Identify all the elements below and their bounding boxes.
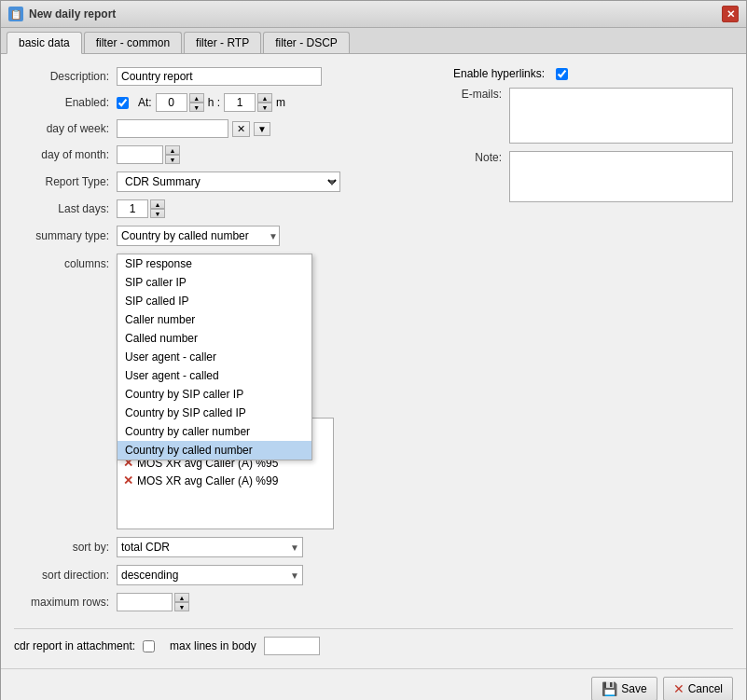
emails-label: E-mails: <box>453 88 509 101</box>
sort-direction-row: sort direction: descending ▼ <box>14 565 435 585</box>
dropdown-item-user-agent-caller[interactable]: User agent - caller <box>118 348 311 366</box>
save-icon: 💾 <box>602 681 617 696</box>
last-days-spinner-buttons: ▲ ▼ <box>150 199 165 218</box>
title-bar-left: 📋 New daily report <box>8 7 116 21</box>
description-label: Description: <box>14 70 117 83</box>
bottom-row: cdr report in attachment: max lines in b… <box>14 628 733 655</box>
report-type-label: Report Type: <box>14 175 117 188</box>
enabled-row: Enabled: At: ▲ ▼ h : <box>14 93 435 112</box>
tab-basic-data[interactable]: basic data <box>7 32 82 54</box>
hours-input[interactable] <box>156 93 187 112</box>
summary-type-dropdown: SIP response SIP caller IP SIP called IP… <box>117 254 312 460</box>
cdr-attachment-checkbox[interactable] <box>143 640 155 652</box>
day-of-month-row: day of month: ▲ ▼ <box>14 145 435 164</box>
last-days-label: Last days: <box>14 202 117 215</box>
summary-type-wrapper: Country by called number ▼ <box>117 226 280 246</box>
save-label: Save <box>621 682 646 695</box>
day-of-month-down-button[interactable]: ▼ <box>165 155 180 164</box>
hours-spinner-buttons: ▲ ▼ <box>189 93 204 112</box>
dropdown-item-country-called-number[interactable]: Country by called number <box>118 441 311 460</box>
at-label: At: <box>138 96 152 109</box>
day-of-week-clear-button[interactable]: ✕ <box>232 121 250 137</box>
max-lines-input[interactable] <box>264 637 320 655</box>
enabled-checkbox[interactable] <box>117 97 129 109</box>
window-title: New daily report <box>29 7 116 21</box>
description-input[interactable] <box>117 67 322 86</box>
minutes-up-button[interactable]: ▲ <box>257 93 272 103</box>
day-of-month-label: day of month: <box>14 148 117 161</box>
sort-direction-label: sort direction: <box>14 569 117 582</box>
day-of-week-dropdown-button[interactable]: ▼ <box>254 122 270 136</box>
tab-filter-dscp[interactable]: filter - DSCP <box>263 32 350 53</box>
maximum-rows-input[interactable] <box>117 593 173 611</box>
dropdown-item-sip-caller-ip[interactable]: SIP caller IP <box>118 273 311 292</box>
dropdown-item-country-sip-called-ip[interactable]: Country by SIP called IP <box>118 404 311 422</box>
maximum-rows-row: maximum rows: ▲ ▼ <box>14 593 435 611</box>
tab-bar: basic data filter - common filter - RTP … <box>1 28 746 54</box>
dropdown-item-sip-called-ip[interactable]: SIP called IP <box>118 292 311 310</box>
column-item-mos-xr-caller-99: ✕ MOS XR avg Caller (A) %99 <box>118 472 333 489</box>
minutes-input[interactable] <box>224 93 256 112</box>
last-days-down-button[interactable]: ▼ <box>150 209 165 218</box>
emails-row: E-mails: <box>453 88 733 144</box>
two-column-layout: Description: Enabled: At: ▲ ▼ <box>14 67 733 619</box>
last-days-input[interactable] <box>117 199 148 218</box>
enable-hyperlinks-checkbox[interactable] <box>556 68 568 80</box>
sort-by-select[interactable]: total CDR <box>117 537 303 557</box>
day-of-week-row: day of week: ✕ ▼ <box>14 119 435 138</box>
maximum-rows-up-button[interactable]: ▲ <box>174 593 189 602</box>
minutes-down-button[interactable]: ▼ <box>257 103 272 112</box>
form-content: Description: Enabled: At: ▲ ▼ <box>1 54 746 668</box>
footer: 💾 Save ✕ Cancel <box>1 668 746 700</box>
m-label: m <box>276 96 285 109</box>
tab-filter-common[interactable]: filter - common <box>84 32 182 53</box>
hours-up-button[interactable]: ▲ <box>189 93 204 103</box>
enable-hyperlinks-label: Enable hyperlinks: <box>453 67 545 80</box>
main-window: 📋 New daily report ✕ basic data filter -… <box>0 0 747 700</box>
report-type-row: Report Type: CDR Summary ▼ <box>14 172 435 192</box>
save-button[interactable]: 💾 Save <box>591 677 657 700</box>
sort-by-wrapper: total CDR ▼ <box>117 537 303 557</box>
day-of-month-spinner-buttons: ▲ ▼ <box>165 145 180 164</box>
dropdown-item-called-number[interactable]: Called number <box>118 329 311 348</box>
day-of-month-up-button[interactable]: ▲ <box>165 145 180 155</box>
summary-type-row: summary type: Country by called number ▼ <box>14 226 435 246</box>
cancel-button[interactable]: ✕ Cancel <box>663 677 733 700</box>
right-column: Enable hyperlinks: E-mails: Note: <box>453 67 733 619</box>
tab-filter-rtp[interactable]: filter - RTP <box>184 32 261 53</box>
hours-down-button[interactable]: ▼ <box>189 103 204 112</box>
dropdown-item-country-sip-caller-ip[interactable]: Country by SIP caller IP <box>118 385 311 404</box>
description-row: Description: <box>14 67 435 86</box>
hours-spinner: ▲ ▼ <box>156 93 204 112</box>
summary-type-select[interactable]: Country by called number <box>117 226 280 246</box>
note-label: Note: <box>453 151 509 164</box>
summary-type-label: summary type: <box>14 229 117 242</box>
max-lines-label: max lines in body <box>170 639 256 652</box>
columns-area: SIP response SIP caller IP SIP called IP… <box>117 254 334 529</box>
last-days-row: Last days: ▲ ▼ <box>14 199 435 218</box>
maximum-rows-down-button[interactable]: ▼ <box>174 602 189 611</box>
close-button[interactable]: ✕ <box>722 6 739 22</box>
minutes-spinner: ▲ ▼ <box>224 93 272 112</box>
last-days-spinner: ▲ ▼ <box>117 199 165 218</box>
column-label-4: MOS XR avg Caller (A) %99 <box>137 474 278 487</box>
emails-textarea[interactable] <box>509 88 733 144</box>
dropdown-item-country-caller-number[interactable]: Country by caller number <box>118 422 311 441</box>
columns-row: columns: SIP response SIP caller IP SIP … <box>14 254 435 529</box>
sort-direction-wrapper: descending ▼ <box>117 565 303 585</box>
dropdown-item-user-agent-called[interactable]: User agent - called <box>118 366 311 385</box>
h-label: h : <box>208 96 220 109</box>
day-of-month-input[interactable] <box>117 145 163 164</box>
dropdown-item-caller-number[interactable]: Caller number <box>118 310 311 329</box>
sort-direction-select[interactable]: descending <box>117 565 303 585</box>
columns-label: columns: <box>14 257 117 270</box>
day-of-week-input[interactable] <box>117 119 228 138</box>
dropdown-item-sip-response[interactable]: SIP response <box>118 254 311 273</box>
report-type-select[interactable]: CDR Summary <box>117 172 340 192</box>
note-textarea[interactable] <box>509 151 733 202</box>
enabled-label: Enabled: <box>14 96 117 109</box>
last-days-up-button[interactable]: ▲ <box>150 199 165 209</box>
maximum-rows-spinner: ▲ ▼ <box>117 593 189 611</box>
maximum-rows-spinner-buttons: ▲ ▼ <box>174 593 189 611</box>
day-of-month-spinner: ▲ ▼ <box>117 145 180 164</box>
